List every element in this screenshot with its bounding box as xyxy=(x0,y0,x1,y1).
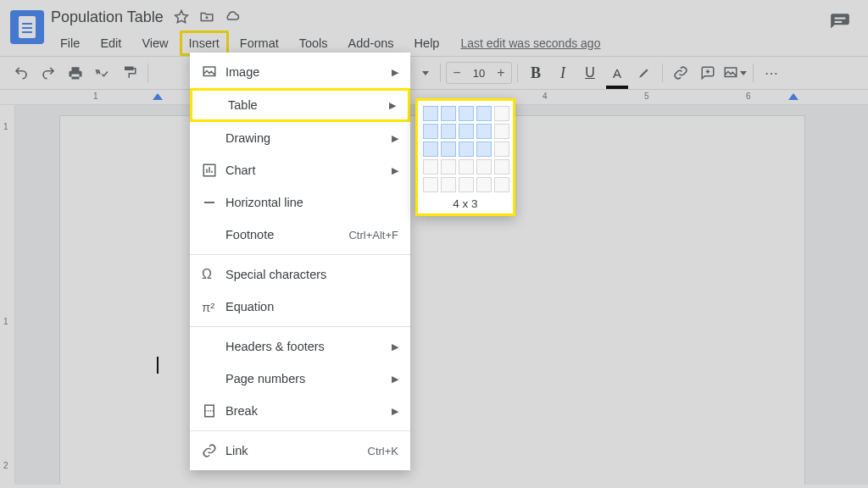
table-picker-cell[interactable] xyxy=(494,141,509,157)
insert-horizontal-line[interactable]: Horizontal line xyxy=(190,186,410,219)
menu-label: Image xyxy=(225,65,392,79)
table-picker-cell[interactable] xyxy=(441,159,456,175)
shortcut: Ctrl+K xyxy=(368,445,398,458)
insert-image[interactable]: Image ▶ xyxy=(190,56,410,88)
pi-icon: π² xyxy=(202,300,225,314)
menu-separator xyxy=(190,326,410,327)
table-picker-cell[interactable] xyxy=(441,124,456,139)
ruler-tick: 1 xyxy=(93,92,98,101)
table-picker-cell[interactable] xyxy=(476,106,492,121)
image-icon xyxy=(202,64,225,80)
chart-icon xyxy=(202,163,225,178)
table-picker-cell[interactable] xyxy=(441,177,456,192)
table-picker-cell[interactable] xyxy=(494,177,509,192)
menu-label: Break xyxy=(225,404,392,418)
highlight-button[interactable] xyxy=(632,60,657,86)
ruler-tick: 1 xyxy=(3,317,8,326)
table-picker-cell[interactable] xyxy=(459,106,474,121)
underline-button[interactable]: U xyxy=(577,60,603,86)
ruler-tick: 4 xyxy=(542,92,548,101)
submenu-arrow-icon: ▶ xyxy=(392,406,398,417)
shortcut: Ctrl+Alt+F xyxy=(348,229,398,241)
insert-link-button[interactable] xyxy=(668,60,693,86)
table-picker-cell[interactable] xyxy=(476,141,492,157)
menu-label: Horizontal line xyxy=(225,196,398,209)
right-indent-marker[interactable] xyxy=(788,93,798,100)
menu-label: Equation xyxy=(225,300,398,313)
insert-headers-footers[interactable]: Headers & footers ▶ xyxy=(190,330,410,363)
submenu-arrow-icon: ▶ xyxy=(392,133,398,144)
insert-footnote[interactable]: Footnote Ctrl+Alt+F xyxy=(190,219,410,251)
table-picker-cell[interactable] xyxy=(423,159,438,175)
left-indent-marker[interactable] xyxy=(153,93,163,100)
docs-logo[interactable] xyxy=(10,10,44,44)
insert-chart[interactable]: Chart ▶ xyxy=(190,154,410,186)
table-picker-cell[interactable] xyxy=(459,177,474,192)
table-picker-cell[interactable] xyxy=(476,177,492,192)
table-picker-cell[interactable] xyxy=(476,124,492,139)
menu-label: Special characters xyxy=(225,268,398,281)
chevron-down-icon xyxy=(422,71,429,75)
cloud-status-icon[interactable] xyxy=(225,9,240,25)
vertical-ruler[interactable]: 1 1 2 xyxy=(0,105,15,485)
comments-icon[interactable] xyxy=(829,12,851,34)
insert-drawing[interactable]: Drawing ▶ xyxy=(190,122,410,154)
link-icon xyxy=(202,443,225,458)
menu-separator xyxy=(190,430,410,431)
table-picker-cell[interactable] xyxy=(459,141,474,157)
add-comment-button[interactable] xyxy=(695,60,721,86)
insert-table[interactable]: Table ▶ xyxy=(190,88,410,122)
ruler-tick: 5 xyxy=(644,92,649,101)
font-size-increase[interactable]: + xyxy=(491,63,511,83)
table-picker-cell[interactable] xyxy=(423,106,438,121)
submenu-arrow-icon: ▶ xyxy=(389,100,396,111)
insert-page-numbers[interactable]: Page numbers ▶ xyxy=(190,363,410,395)
move-icon[interactable] xyxy=(199,9,214,25)
last-edit-link[interactable]: Last edit was seconds ago xyxy=(460,36,600,50)
table-picker-cell[interactable] xyxy=(423,141,438,157)
menu-edit[interactable]: Edit xyxy=(91,30,131,56)
table-picker-cell[interactable] xyxy=(494,159,509,175)
print-button[interactable] xyxy=(63,60,88,86)
table-picker-cell[interactable] xyxy=(459,159,474,175)
table-picker-cell[interactable] xyxy=(476,159,492,175)
menu-help[interactable]: Help xyxy=(405,30,449,56)
font-size-decrease[interactable]: − xyxy=(447,63,467,83)
insert-equation[interactable]: π² Equation xyxy=(190,291,410,323)
more-toolbar-button[interactable]: ⋯ xyxy=(759,60,784,86)
menu-label: Table xyxy=(228,98,389,112)
redo-button[interactable] xyxy=(36,60,61,86)
spellcheck-button[interactable] xyxy=(90,60,115,86)
bold-button[interactable]: B xyxy=(523,60,548,86)
chevron-down-icon xyxy=(740,71,747,75)
undo-button[interactable] xyxy=(8,60,34,86)
table-picker-cell[interactable] xyxy=(441,106,456,121)
font-size-value[interactable]: 10 xyxy=(467,67,491,80)
menu-file[interactable]: File xyxy=(51,30,89,56)
insert-special-characters[interactable]: Ω Special characters xyxy=(190,258,410,291)
table-picker-cell[interactable] xyxy=(459,124,474,139)
insert-image-button[interactable] xyxy=(722,60,748,86)
menu-label: Page numbers xyxy=(225,372,392,385)
omega-icon: Ω xyxy=(202,267,225,282)
text-color-button[interactable]: A xyxy=(604,60,630,86)
table-picker-cell[interactable] xyxy=(494,124,509,139)
menu-label: Footnote xyxy=(225,228,348,241)
insert-break[interactable]: Break ▶ xyxy=(190,395,410,427)
table-picker-cell[interactable] xyxy=(441,141,456,157)
italic-button[interactable]: I xyxy=(550,60,576,86)
submenu-arrow-icon: ▶ xyxy=(392,341,398,352)
menu-label: Link xyxy=(225,444,368,458)
toolbar: − 10 + B I U A ⋯ xyxy=(0,56,868,90)
table-size-label: 4 x 3 xyxy=(423,197,508,210)
menu-view[interactable]: View xyxy=(132,30,177,56)
document-title[interactable]: Population Table xyxy=(51,8,164,26)
table-picker-cell[interactable] xyxy=(494,106,509,121)
menu-label: Drawing xyxy=(225,131,392,145)
ruler-tick: 6 xyxy=(746,92,751,101)
table-picker-cell[interactable] xyxy=(423,124,438,139)
insert-link[interactable]: Link Ctrl+K xyxy=(190,435,410,467)
star-icon[interactable] xyxy=(174,9,189,25)
paint-format-button[interactable] xyxy=(117,60,142,86)
table-picker-cell[interactable] xyxy=(423,177,438,192)
